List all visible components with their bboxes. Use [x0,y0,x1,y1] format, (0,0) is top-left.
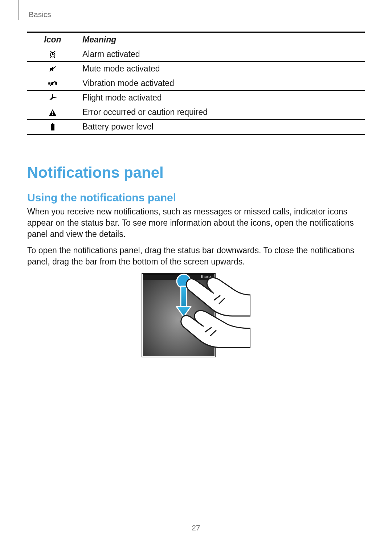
table-row: Mute mode activated [27,62,365,76]
svg-rect-19 [201,275,203,278]
svg-rect-15 [51,124,54,130]
table-cell-meaning: Mute mode activated [78,62,365,76]
table-row: Battery power level [27,120,365,135]
table-cell-meaning: Error occurred or caution required [78,105,365,120]
paragraph: To open the notifications panel, drag th… [27,245,365,267]
warning-icon [27,109,78,116]
table-cell-meaning: Battery power level [78,120,365,135]
svg-line-3 [50,51,52,52]
illustration: 10:00 [27,273,365,359]
svg-rect-14 [52,123,53,124]
battery-icon [27,123,78,131]
section-title: Using the notifications panel [27,192,365,204]
table-header-meaning: Meaning [78,32,365,47]
table-cell-meaning: Alarm activated [78,47,365,62]
table-header-row: Icon Meaning [27,32,365,47]
table-row: Alarm activated [27,47,365,62]
mute-icon [27,65,78,73]
table-row: Vibration mode activated [27,76,365,91]
svg-line-6 [54,57,55,58]
drag-gesture-illustration: 10:00 [142,273,250,357]
page-number: 27 [0,524,392,532]
flight-mode-icon [27,94,78,102]
breadcrumb: Basics [29,10,365,19]
icon-meaning-table: Icon Meaning [27,32,365,135]
svg-line-4 [54,51,56,52]
header-tab-line [18,0,19,20]
table-cell-meaning: Vibration mode activated [78,76,365,91]
svg-line-5 [50,57,51,58]
table-row: Error occurred or caution required [27,105,365,120]
table-row: Flight mode activated [27,91,365,105]
page-title: Notifications panel [27,164,365,181]
svg-rect-13 [52,114,53,115]
table-cell-meaning: Flight mode activated [78,91,365,105]
paragraph: When you receive new notifications, such… [27,206,365,240]
vibration-icon [27,80,78,87]
svg-rect-12 [52,111,53,113]
document-page: Basics Icon Meaning [0,0,392,554]
svg-rect-21 [181,286,187,307]
table-header-icon: Icon [27,32,78,47]
alarm-icon [27,50,78,58]
